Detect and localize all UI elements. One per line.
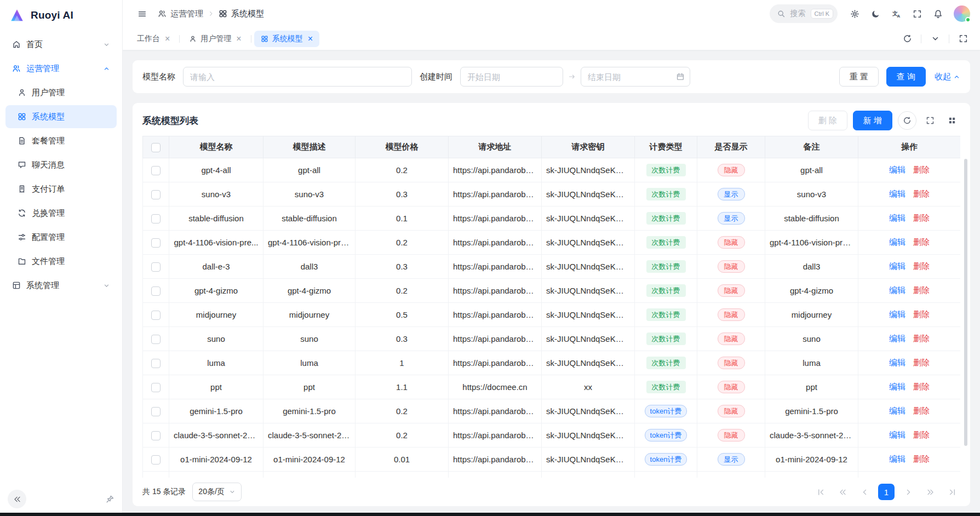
tab-close-icon[interactable]: × <box>308 35 313 43</box>
tab-user-manage[interactable]: 用户管理× <box>182 31 248 47</box>
delete-link[interactable]: 删除 <box>913 430 930 439</box>
edit-link[interactable]: 编辑 <box>889 454 906 463</box>
search-box[interactable]: 搜索 Ctrl K <box>770 4 838 23</box>
cell-model-desc: suno <box>263 327 356 351</box>
sidebar-item-operation[interactable]: 运营管理 <box>5 57 117 80</box>
sidebar-item-home[interactable]: 首页 <box>5 33 117 56</box>
delete-link[interactable]: 删除 <box>913 213 930 222</box>
tab-close-icon[interactable]: × <box>165 35 170 43</box>
table-refresh-button[interactable] <box>898 111 916 130</box>
row-checkbox[interactable] <box>151 238 161 248</box>
delete-link[interactable]: 删除 <box>913 406 930 415</box>
edit-link[interactable]: 编辑 <box>889 261 906 271</box>
delete-link[interactable]: 删除 <box>913 189 930 198</box>
edit-link[interactable]: 编辑 <box>889 309 906 319</box>
end-date-input[interactable] <box>581 67 690 87</box>
tab-system-model[interactable]: 系统模型× <box>254 31 319 47</box>
delete-link[interactable]: 删除 <box>913 382 930 391</box>
cell-visibility: 隐藏 <box>697 327 765 351</box>
row-checkbox[interactable] <box>151 407 161 416</box>
edit-link[interactable]: 编辑 <box>889 430 906 439</box>
edit-link[interactable]: 编辑 <box>889 189 906 198</box>
fullscreen-button[interactable] <box>908 4 926 23</box>
delete-link[interactable]: 删除 <box>913 237 930 246</box>
tabs-refresh-button[interactable] <box>898 30 916 48</box>
sidebar-pin-button[interactable] <box>106 495 114 503</box>
sidebar-item-system-manage[interactable]: 系统管理 <box>5 274 117 297</box>
breadcrumb-item-system-model[interactable]: 系统模型 <box>219 9 264 19</box>
notifications-button[interactable] <box>929 4 947 23</box>
content-fullscreen-button[interactable] <box>954 30 972 48</box>
row-checkbox[interactable] <box>151 286 161 296</box>
page-number[interactable]: 1 <box>878 484 895 500</box>
sidebar-item-package-manage[interactable]: 套餐管理 <box>5 129 117 152</box>
pagination-first-button[interactable] <box>812 484 829 500</box>
sidebar-item-config-manage[interactable]: 配置管理 <box>5 226 117 249</box>
language-button[interactable]: 文A <box>887 4 906 23</box>
sidebar-item-system-model[interactable]: 系统模型 <box>5 105 117 128</box>
tab-close-icon[interactable]: × <box>236 35 241 43</box>
reset-button[interactable]: 重 置 <box>839 67 879 87</box>
row-checkbox[interactable] <box>151 311 161 320</box>
edit-link[interactable]: 编辑 <box>889 334 906 343</box>
edit-link[interactable]: 编辑 <box>889 165 906 174</box>
delete-link[interactable]: 删除 <box>913 454 930 463</box>
start-date-input[interactable] <box>460 67 563 87</box>
edit-link[interactable]: 编辑 <box>889 213 906 222</box>
page-size-select[interactable]: 20条/页 <box>192 483 241 501</box>
cell-actions: 编辑删除 <box>858 399 961 423</box>
row-checkbox[interactable] <box>151 383 161 392</box>
query-button[interactable]: 查 询 <box>886 67 926 87</box>
sidebar-item-user-manage[interactable]: 用户管理 <box>5 81 117 104</box>
cell <box>169 472 263 478</box>
row-checkbox[interactable] <box>151 359 161 368</box>
model-name-input[interactable] <box>183 67 412 87</box>
delete-button[interactable]: 删 除 <box>808 111 847 130</box>
scrollbar-thumb[interactable] <box>964 159 967 446</box>
edit-link[interactable]: 编辑 <box>889 406 906 415</box>
edit-link[interactable]: 编辑 <box>889 382 906 391</box>
vertical-scrollbar[interactable] <box>964 159 967 475</box>
sidebar-item-file-manage[interactable]: 文件管理 <box>5 250 117 273</box>
theme-toggle-button[interactable] <box>866 4 885 23</box>
column-settings-button[interactable] <box>944 112 960 129</box>
settings-button[interactable] <box>845 4 864 23</box>
breadcrumb-item-operation[interactable]: 运营管理 <box>158 9 203 19</box>
row-checkbox[interactable] <box>151 190 161 199</box>
pagination-last-button[interactable] <box>944 484 960 500</box>
cell-model-desc: midjourney <box>263 303 356 327</box>
add-button[interactable]: 新 增 <box>853 111 892 130</box>
pagination-prev-button[interactable] <box>856 484 873 500</box>
delete-link[interactable]: 删除 <box>913 358 930 367</box>
tab-workbench[interactable]: 工作台× <box>130 31 176 47</box>
pagination-next-group-button[interactable] <box>922 484 938 500</box>
header-cell: 请求地址 <box>449 136 542 158</box>
row-checkbox[interactable] <box>151 214 161 223</box>
table-fullscreen-button[interactable] <box>922 112 938 129</box>
row-checkbox[interactable] <box>151 455 161 465</box>
sidebar-item-pay-order[interactable]: 支付订单 <box>5 177 117 200</box>
delete-link[interactable]: 删除 <box>913 261 930 271</box>
menu-toggle-button[interactable] <box>133 4 151 23</box>
avatar[interactable] <box>954 5 970 22</box>
delete-link[interactable]: 删除 <box>913 334 930 343</box>
edit-link[interactable]: 编辑 <box>889 237 906 246</box>
edit-link[interactable]: 编辑 <box>889 358 906 367</box>
row-checkbox[interactable] <box>151 335 161 344</box>
delete-link[interactable]: 删除 <box>913 285 930 295</box>
brand[interactable]: Ruoyi AI <box>0 0 122 31</box>
edit-link[interactable]: 编辑 <box>889 285 906 295</box>
delete-link[interactable]: 删除 <box>913 309 930 319</box>
collapse-filter-link[interactable]: 收起 <box>935 72 960 82</box>
sidebar-collapse-button[interactable] <box>8 490 26 508</box>
tabs-menu-button[interactable] <box>926 30 944 48</box>
select-all-checkbox[interactable] <box>151 143 161 152</box>
sidebar-item-redeem-manage[interactable]: 兑换管理 <box>5 202 117 225</box>
pagination-prev-group-button[interactable] <box>834 484 851 500</box>
delete-link[interactable]: 删除 <box>913 165 930 174</box>
sidebar-item-chat-message[interactable]: 聊天消息 <box>5 153 117 176</box>
row-checkbox[interactable] <box>151 166 161 175</box>
pagination-next-button[interactable] <box>900 484 916 500</box>
row-checkbox[interactable] <box>151 262 161 272</box>
row-checkbox[interactable] <box>151 431 161 440</box>
